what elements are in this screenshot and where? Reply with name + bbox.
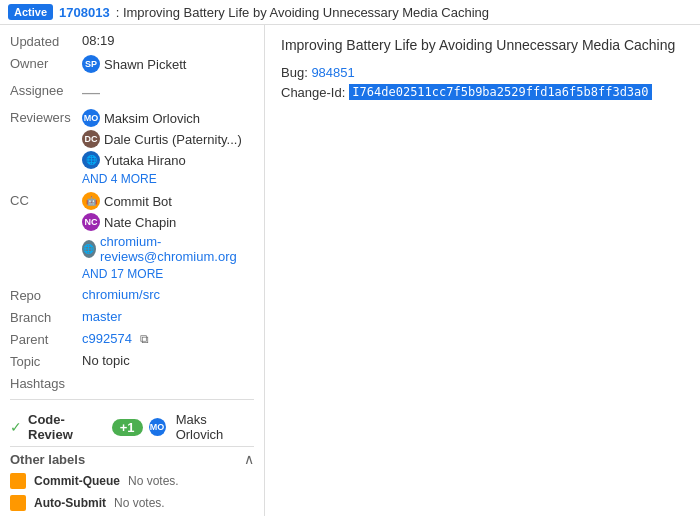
repo-value: chromium/src: [82, 287, 254, 302]
topic-value: No topic: [82, 353, 254, 368]
auto-submit-votes: No votes.: [114, 496, 165, 510]
parent-label: Parent: [10, 331, 82, 347]
other-labels-title: Other labels: [10, 452, 85, 467]
cc-2-line: NC Nate Chapin: [82, 213, 254, 231]
reviewer-1-link[interactable]: Maksim Orlovich: [104, 111, 200, 126]
reviewer-1-line: MO Maksim Orlovich: [82, 109, 254, 127]
reviewer-3-avatar: 🌐: [82, 151, 100, 169]
cc-row: CC 🤖 Commit Bot NC Nate Chapin 🌐 chromiu…: [10, 192, 254, 281]
cc-label: CC: [10, 192, 82, 208]
change-id-link[interactable]: 1708013: [59, 5, 110, 20]
repo-link[interactable]: chromium/src: [82, 287, 160, 302]
main-content: Updated 08:19 Owner SP Shawn Pickett Ass…: [0, 25, 700, 516]
auto-submit-icon: [10, 495, 26, 511]
cc-1-line: 🤖 Commit Bot: [82, 192, 254, 210]
owner-avatar: SP: [82, 55, 100, 73]
owner-name-link[interactable]: Shawn Pickett: [104, 57, 186, 72]
hashtags-row: Hashtags: [10, 375, 254, 391]
commit-queue-votes: No votes.: [128, 474, 179, 488]
cc-value: 🤖 Commit Bot NC Nate Chapin 🌐 chromium-r…: [82, 192, 254, 281]
auto-submit-row: Auto-Submit No votes.: [10, 495, 254, 511]
collapse-icon[interactable]: ∧: [244, 451, 254, 467]
right-title: Improving Battery Life by Avoiding Unnec…: [281, 37, 684, 53]
reviewer-2-line: DC Dale Curtis (Paternity...): [82, 130, 254, 148]
bug-line: Bug: 984851: [281, 65, 684, 80]
right-panel: Improving Battery Life by Avoiding Unnec…: [265, 25, 700, 516]
branch-link[interactable]: master: [82, 309, 122, 324]
cc-3-link[interactable]: chromium-reviews@chromium.org: [100, 234, 254, 264]
header-bar: Active 1708013: Improving Battery Life b…: [0, 0, 700, 25]
reviewer-2-avatar: DC: [82, 130, 100, 148]
auto-submit-name: Auto-Submit: [34, 496, 106, 510]
owner-person-line: SP Shawn Pickett: [82, 55, 254, 73]
updated-row: Updated 08:19: [10, 33, 254, 49]
change-title: : Improving Battery Life by Avoiding Unn…: [116, 5, 489, 20]
owner-value: SP Shawn Pickett: [82, 55, 254, 76]
branch-row: Branch master: [10, 309, 254, 325]
reviewers-value: MO Maksim Orlovich DC Dale Curtis (Pater…: [82, 109, 254, 186]
left-panel: Updated 08:19 Owner SP Shawn Pickett Ass…: [0, 25, 265, 516]
branch-label: Branch: [10, 309, 82, 325]
reviewer-3-link[interactable]: Yutaka Hirano: [104, 153, 186, 168]
branch-value: master: [82, 309, 254, 324]
topic-label: Topic: [10, 353, 82, 369]
bug-label: Bug:: [281, 65, 308, 80]
repo-label: Repo: [10, 287, 82, 303]
assignee-label: Assignee: [10, 82, 82, 98]
code-review-avatar: MO: [149, 418, 166, 436]
change-id-value[interactable]: I764de02511cc7f5b9ba2529ffd1a6f5b8ff3d3a…: [349, 84, 651, 100]
cc-2-link[interactable]: Nate Chapin: [104, 215, 176, 230]
active-badge: Active: [8, 4, 53, 20]
updated-label: Updated: [10, 33, 82, 49]
vote-badge: +1: [112, 419, 143, 436]
commit-queue-icon: [10, 473, 26, 489]
commit-queue-name: Commit-Queue: [34, 474, 120, 488]
updated-value: 08:19: [82, 33, 254, 48]
hashtags-label: Hashtags: [10, 375, 82, 391]
reviewer-3-line: 🌐 Yutaka Hirano: [82, 151, 254, 169]
reviewers-more-link[interactable]: AND 4 MORE: [82, 172, 254, 186]
cc-3-line: 🌐 chromium-reviews@chromium.org: [82, 234, 254, 264]
reviewers-row: Reviewers MO Maksim Orlovich DC Dale Cur…: [10, 109, 254, 186]
topic-row: Topic No topic: [10, 353, 254, 369]
repo-row: Repo chromium/src: [10, 287, 254, 303]
cc-1-link[interactable]: Commit Bot: [104, 194, 172, 209]
reviewer-2-link[interactable]: Dale Curtis (Paternity...): [104, 132, 242, 147]
code-review-row: ✓ Code-Review +1 MO Maks Orlovich: [10, 408, 254, 446]
check-icon: ✓: [10, 419, 22, 435]
divider-1: [10, 399, 254, 400]
cc-2-avatar: NC: [82, 213, 100, 231]
change-id-label: Change-Id:: [281, 85, 345, 100]
owner-row: Owner SP Shawn Pickett: [10, 55, 254, 76]
cc-more-link[interactable]: AND 17 MORE: [82, 267, 254, 281]
bug-link[interactable]: 984851: [311, 65, 354, 80]
assignee-value: —: [82, 82, 254, 103]
commit-queue-row: Commit-Queue No votes.: [10, 473, 254, 489]
owner-label: Owner: [10, 55, 82, 71]
assignee-row: Assignee —: [10, 82, 254, 103]
code-review-label: Code-Review: [28, 412, 106, 442]
parent-row: Parent c992574 ⧉: [10, 331, 254, 347]
parent-link[interactable]: c992574: [82, 331, 132, 346]
change-id-line: Change-Id: I764de02511cc7f5b9ba2529ffd1a…: [281, 84, 684, 100]
reviewer-1-avatar: MO: [82, 109, 100, 127]
parent-value: c992574 ⧉: [82, 331, 254, 346]
cc-1-avatar: 🤖: [82, 192, 100, 210]
code-review-reviewer: Maks Orlovich: [176, 412, 254, 442]
copy-icon[interactable]: ⧉: [140, 332, 149, 346]
other-labels-header: Other labels ∧: [10, 446, 254, 473]
reviewers-label: Reviewers: [10, 109, 82, 125]
cc-3-avatar: 🌐: [82, 240, 96, 258]
